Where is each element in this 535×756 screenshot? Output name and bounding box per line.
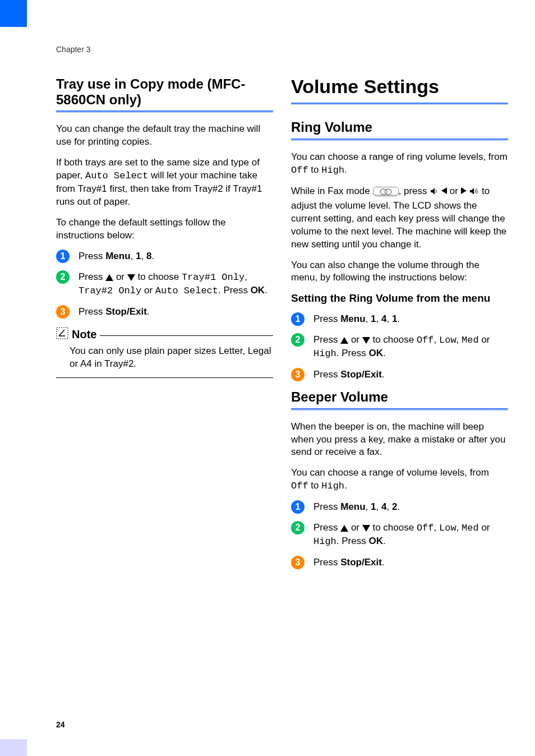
beeper-volume-heading: Beeper Volume [291,389,508,405]
text: , [376,314,381,324]
mono-text: High [321,165,344,176]
tray-intro-3: To change the default settings follow th… [56,216,273,242]
text: , [386,501,391,512]
text: to choose [370,334,417,345]
text: . [147,306,150,317]
note-label: Note [72,328,96,341]
mono-text: Tray#1 Only [182,272,245,283]
chapter-label: Chapter 3 [56,45,508,54]
page: Chapter 3 Tray use in Copy mode (MFC-586… [0,0,535,756]
text: . [382,369,385,380]
step-marker-1-icon: 1 [56,250,70,263]
ring-p2: While in Fax mode , press or to adjust t… [291,185,508,251]
svg-rect-0 [57,328,68,339]
step-marker-1-icon: 1 [291,500,305,514]
up-arrow-icon [105,274,113,281]
text: . Press [336,536,369,546]
mono-text: Off [417,523,434,533]
text: or [479,522,490,533]
svg-point-2 [385,189,391,195]
footer-rail [0,739,27,756]
menu-key: Menu [340,314,365,324]
note-icon [56,327,68,342]
text: , [386,314,391,324]
step-marker-2-icon: 2 [291,521,305,534]
mono-text: Low [439,335,456,345]
key-1: 1 [136,251,141,261]
corner-tab [0,0,27,27]
text: Press [313,522,340,533]
right-arrow-icon [461,187,467,194]
step-2: 2 Press or to choose Off, Low, Med or Hi… [291,334,508,361]
text: . [344,164,347,175]
text: . [383,348,386,358]
down-arrow-icon [362,337,370,344]
text: , [456,522,462,533]
text: Press [313,314,340,324]
mono-text: Med [462,523,479,533]
down-arrow-icon [362,525,370,532]
note-head: Note [56,327,273,342]
text: , [141,251,146,261]
text: . [397,501,400,512]
mono-text: Off [291,165,308,176]
text: Press [79,251,105,261]
text: , [245,271,247,282]
note-box: Note You can only use plain paper sizes … [56,327,273,378]
text: . Press [218,285,251,296]
mono-text: Auto Select [85,170,148,181]
step-marker-1-icon: 1 [291,312,305,326]
key-1: 1 [371,501,376,512]
text: , [456,334,462,345]
mono-text: Low [439,523,456,533]
ok-key: OK [251,285,265,296]
mono-text: High [321,481,344,491]
left-arrow-icon [441,187,447,194]
step-marker-2-icon: 2 [291,333,305,347]
step-marker-3-icon: 3 [291,368,305,381]
mono-text: Med [462,335,479,345]
note-rule [100,335,273,336]
menu-key: Menu [340,501,365,512]
mono-text: High [313,348,336,359]
mono-text: Off [291,481,308,491]
step-1: 1 Press Menu, 1, 4, 1. [291,313,508,326]
text: or [348,522,362,533]
stop-exit-key: Stop/Exit [340,369,382,380]
text: You can choose a range of ring volume le… [291,151,508,162]
right-column: Volume Settings Ring Volume You can choo… [291,76,508,577]
text: . [151,251,154,261]
text: . Press [336,348,369,358]
key-4: 4 [381,501,386,512]
menu-key: Menu [105,251,130,261]
tray-steps: 1 Press Menu, 1, 8. 2 Press or to choose… [56,250,273,319]
text: . [265,285,268,296]
left-column: Tray use in Copy mode (MFC-5860CN only) … [56,76,273,577]
text: or [479,334,490,345]
text: , [376,501,381,512]
beeper-steps: 1 Press Menu, 1, 4, 2. 2 Press or to cho… [291,501,508,569]
step-3: 3 Press Stop/Exit. [56,306,273,319]
down-arrow-icon [127,274,135,281]
mono-text: Tray#2 Only [79,285,141,296]
ok-key: OK [368,348,383,358]
step-1: 1 Press Menu, 1, 4, 2. [291,501,508,514]
heading-rule [56,110,273,113]
stop-exit-key: Stop/Exit [340,557,382,568]
tray-intro-2: If both trays are set to the same size a… [56,156,273,209]
ok-key: OK [368,536,383,546]
text: to [308,164,322,175]
step-marker-3-icon: 3 [56,305,70,319]
step-2: 2 Press or to choose Off, Low, Med or Hi… [291,522,508,548]
ring-steps: 1 Press Menu, 1, 4, 1. 2 Press or to cho… [291,313,508,381]
page-number: 24 [56,720,65,729]
text: . [383,536,386,546]
key-1: 1 [371,314,376,324]
text: or [348,334,362,345]
note-body: You can only use plain paper sizes Lette… [56,342,273,377]
mono-text: Off [417,335,434,345]
ring-volume-heading: Ring Volume [291,119,508,135]
speaker-low-icon [430,187,439,200]
speaker-high-icon [469,187,479,200]
beeper-p2: You can choose a range of volume levels,… [291,467,508,493]
